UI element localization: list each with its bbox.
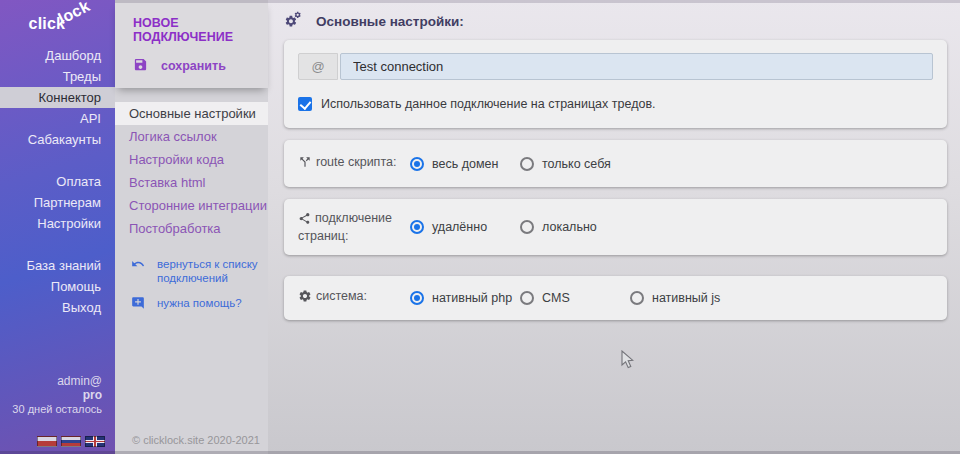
- radio-label: нативный js: [652, 291, 720, 305]
- use-connection-label: Использовать данное подключение на стран…: [321, 97, 656, 111]
- radio-option-native-js[interactable]: нативный js: [630, 291, 740, 305]
- use-connection-checkbox[interactable]: [298, 97, 312, 111]
- radio-icon[interactable]: [520, 291, 534, 305]
- menu-item-html-insert[interactable]: Вставка html: [115, 171, 268, 194]
- radio-label: CMS: [542, 291, 570, 305]
- sidebar: clicklock Дашборд Треды Коннектор API Са…: [0, 0, 115, 454]
- russia-flag-icon[interactable]: [61, 436, 81, 447]
- gears-icon: [284, 11, 303, 31]
- radio-option-remote[interactable]: удалённо: [410, 220, 520, 234]
- sidebar-item-subaccounts[interactable]: Сабакаунты: [0, 129, 115, 150]
- system-card: система: нативный php CMS нативный js: [284, 276, 947, 320]
- route-script-text: route скрипта:: [316, 155, 396, 169]
- connection-name-card: @ Использовать данное подключение на стр…: [284, 40, 947, 128]
- menu-item-postprocessing[interactable]: Постобработка: [115, 217, 268, 240]
- main-content: Основные настройки: @ Использовать данно…: [268, 0, 960, 454]
- radio-icon[interactable]: [520, 157, 534, 171]
- sidebar-item-logout[interactable]: Выход: [0, 297, 115, 318]
- system-text: система:: [316, 289, 367, 303]
- radio-option-whole-domain[interactable]: весь домен: [410, 157, 520, 171]
- sidebar-item-threads[interactable]: Треды: [0, 66, 115, 87]
- system-label: система:: [298, 289, 410, 307]
- sidebar-nav: Дашборд Треды Коннектор API Сабакаунты О…: [0, 45, 115, 318]
- menu-item-link-logic[interactable]: Логика ссылок: [115, 125, 268, 148]
- connection-input-group: @: [298, 53, 933, 80]
- radio-icon[interactable]: [630, 291, 644, 305]
- save-button-label: сохранить: [161, 59, 226, 73]
- page-title: Основные настройки:: [316, 14, 464, 29]
- panel-links: вернуться к списку подключений нужна пом…: [115, 257, 268, 313]
- top-shadow-line: [115, 0, 960, 3]
- page-connection-text: подключение страниц:: [298, 211, 392, 243]
- radio-option-local[interactable]: локально: [520, 220, 630, 234]
- sidebar-item-partners[interactable]: Партнерам: [0, 192, 115, 213]
- route-script-card: route скрипта: весь домен только себя: [284, 140, 947, 187]
- radio-option-only-self[interactable]: только себя: [520, 157, 630, 171]
- sidebar-item-help[interactable]: Помощь: [0, 276, 115, 297]
- radio-option-cms[interactable]: CMS: [520, 291, 630, 305]
- radio-label: локально: [542, 220, 597, 234]
- connection-panel: НОВОЕ ПОДКЛЮЧЕНИЕ сохранить Основные нас…: [115, 0, 268, 454]
- copyright-footer: © clicklock.site 2020-2021: [132, 434, 260, 446]
- help-plus-icon: [131, 296, 145, 313]
- radio-label: удалённо: [432, 220, 487, 234]
- use-connection-row: Использовать данное подключение на стран…: [298, 97, 933, 111]
- account-email: admin@: [0, 374, 102, 388]
- settings-cards: @ Использовать данное подключение на стр…: [268, 40, 960, 320]
- call-split-icon: [298, 155, 312, 173]
- panel-header-section: НОВОЕ ПОДКЛЮЧЕНИЕ сохранить: [115, 0, 268, 88]
- poland-flag-icon[interactable]: [37, 436, 57, 447]
- main-header: Основные настройки:: [268, 0, 960, 40]
- menu-item-integrations[interactable]: Сторонние интеграции: [115, 194, 268, 217]
- sidebar-item-payment[interactable]: Оплата: [0, 171, 115, 192]
- save-button[interactable]: сохранить: [133, 57, 268, 75]
- sidebar-item-knowledge-base[interactable]: База знаний: [0, 255, 115, 276]
- sidebar-item-settings[interactable]: Настройки: [0, 213, 115, 234]
- logo-part-lock: lock: [56, 0, 93, 28]
- help-link-label: нужна помощь?: [157, 296, 261, 310]
- gear-icon: [298, 289, 312, 307]
- mouse-cursor: [621, 350, 634, 373]
- back-to-connections-link[interactable]: вернуться к списку подключений: [131, 257, 268, 285]
- account-plan: pro: [0, 388, 102, 402]
- radio-option-native-php[interactable]: нативный php: [410, 291, 520, 305]
- connection-settings-menu: Основные настройки Логика ссылок Настрой…: [115, 102, 268, 240]
- page-connection-card: подключение страниц: удалённо локально: [284, 199, 947, 255]
- at-sign-icon: @: [298, 53, 338, 80]
- uk-flag-icon[interactable]: [85, 436, 105, 447]
- clicklock-logo: clicklock: [0, 0, 115, 40]
- share-icon: [298, 212, 311, 229]
- radio-icon[interactable]: [520, 220, 534, 234]
- radio-icon[interactable]: [410, 220, 424, 234]
- page-connection-label: подключение страниц:: [298, 211, 410, 244]
- floppy-disk-icon: [133, 57, 148, 75]
- account-info: admin@ pro 30 дней осталось: [0, 374, 115, 416]
- menu-item-code-settings[interactable]: Настройки кода: [115, 148, 268, 171]
- radio-icon[interactable]: [410, 291, 424, 305]
- connection-name-input[interactable]: [340, 53, 933, 80]
- need-help-link[interactable]: нужна помощь?: [131, 296, 268, 313]
- back-link-label: вернуться к списку подключений: [157, 257, 261, 285]
- language-flags: [37, 436, 105, 447]
- sidebar-item-dashboard[interactable]: Дашборд: [0, 45, 115, 66]
- undo-arrow-icon: [131, 257, 145, 274]
- route-script-label: route скрипта:: [298, 155, 410, 173]
- menu-item-main-settings[interactable]: Основные настройки: [115, 102, 268, 125]
- radio-label: весь домен: [432, 157, 498, 171]
- panel-title: НОВОЕ ПОДКЛЮЧЕНИЕ: [115, 0, 268, 44]
- account-days-left: 30 дней осталось: [0, 402, 102, 416]
- sidebar-item-connector[interactable]: Коннектор: [0, 87, 115, 108]
- radio-label: только себя: [542, 157, 611, 171]
- radio-label: нативный php: [432, 291, 512, 305]
- sidebar-item-api[interactable]: API: [0, 108, 115, 129]
- radio-icon[interactable]: [410, 157, 424, 171]
